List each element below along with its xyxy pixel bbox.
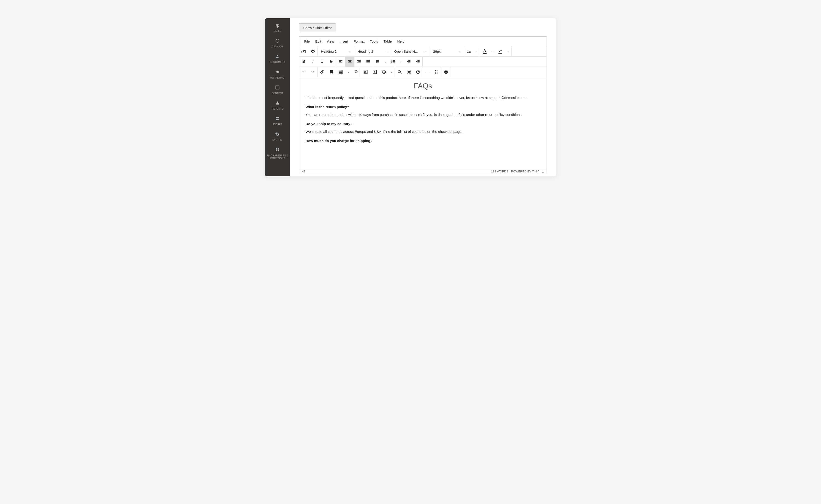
numbered-list-dropdown[interactable]: ⌄ [398,57,404,67]
link-button[interactable] [318,67,327,77]
menu-format[interactable]: Format [351,38,367,45]
select-value: Heading 2 [357,49,373,53]
select-value: 26px [433,49,441,53]
variable-button[interactable]: (x) [299,46,308,56]
chevron-down-icon: ⌄ [390,70,393,74]
sidebar-item-sales[interactable]: $ SALES [265,20,290,35]
chevron-down-icon: ⌄ [400,60,402,63]
content-heading: FAQs [305,80,540,92]
text-color-button[interactable]: A [480,46,489,56]
table-dropdown[interactable]: ⌄ [345,67,351,77]
anchor-button[interactable] [327,67,336,77]
chevron-down-icon: ⌄ [349,50,351,53]
page-break-button[interactable] [432,67,441,77]
svg-point-54 [418,73,418,73]
content-intro: Find the most frequently asked question … [305,95,540,101]
media-button[interactable] [370,67,379,77]
strikethrough-button[interactable]: S [327,57,336,67]
find-replace-button[interactable] [395,67,404,77]
bold-button[interactable]: B [299,57,308,67]
menu-table[interactable]: Table [381,38,394,45]
datetime-dropdown[interactable]: ⌄ [388,67,395,77]
svg-point-19 [376,60,376,61]
wysiwyg-editor: File Edit View Insert Format Tools Table… [299,36,547,174]
sidebar-item-marketing[interactable]: MARKETING [265,66,290,82]
italic-button[interactable]: I [308,57,317,67]
svg-line-50 [400,73,401,74]
numbered-list-button[interactable]: 123 [388,57,398,67]
editor-toolbar-row-1: (x) Heading 2 ⌄ Heading 2 ⌄ Open Sans,H…… [299,46,547,57]
background-color-button[interactable] [496,46,505,56]
svg-point-0 [277,55,278,56]
sidebar-item-system[interactable]: SYSTEM [265,129,290,144]
indent-button[interactable] [413,57,423,67]
svg-rect-1 [276,86,279,89]
underline-button[interactable]: U [317,57,327,67]
background-color-dropdown[interactable]: ⌄ [505,46,511,56]
sidebar-item-content[interactable]: CONTENT [265,82,290,98]
word-count[interactable]: 189 WORDS [491,170,508,173]
horizontal-rule-button[interactable] [423,67,432,77]
align-center-button[interactable] [345,57,354,67]
widget-button[interactable] [308,46,317,56]
menu-edit[interactable]: Edit [312,38,324,45]
align-right-button[interactable] [354,57,363,67]
sidebar-item-catalog[interactable]: CATALOG [265,35,290,51]
select-all-button[interactable] [404,67,414,77]
bullet-list-dropdown[interactable]: ⌄ [382,57,388,67]
datetime-button[interactable] [379,67,388,77]
sidebar-item-customers[interactable]: CUSTOMERS [265,51,290,66]
faq-answer-1: You can return the product within 40 day… [305,112,540,117]
table-button[interactable] [336,67,345,77]
toggle-editor-button[interactable]: Show / Hide Editor [299,23,336,32]
editor-content-area[interactable]: FAQs Find the most frequently asked ques… [299,77,547,169]
element-path[interactable]: H2 [301,170,305,173]
editor-toolbar-row-3: ↶ ↷ ⌄ Ω ⌄ [299,67,547,77]
return-policy-link[interactable]: return policy conditions [485,113,522,117]
align-justify-button[interactable] [363,57,373,67]
sidebar-item-label: CONTENT [272,92,283,95]
sidebar-item-reports[interactable]: REPORTS [265,98,290,113]
emoticons-button[interactable] [442,67,451,77]
select-value: Heading 2 [321,49,336,53]
chevron-down-icon: ⌄ [491,50,494,53]
sidebar-item-stores[interactable]: STORES [265,113,290,129]
chevron-down-icon: ⌄ [384,60,386,63]
svg-rect-4 [276,103,276,104]
sidebar-item-label: STORES [272,123,282,126]
sidebar-item-label: SYSTEM [272,139,282,142]
font-family-select[interactable]: Open Sans,H… ⌄ [391,46,430,56]
font-size-select[interactable]: 26px ⌄ [430,46,464,56]
bullet-list-button[interactable] [373,57,382,67]
redo-button[interactable]: ↷ [308,67,317,77]
chevron-down-icon: ⌄ [347,70,349,74]
svg-text:3: 3 [391,62,392,63]
block-format-select-1[interactable]: Heading 2 ⌄ [318,46,354,56]
resize-handle[interactable] [542,170,544,173]
blocks-icon [275,147,280,153]
outdent-button[interactable] [404,57,413,67]
megaphone-icon [275,70,280,75]
svg-rect-39 [339,70,342,74]
menu-view[interactable]: View [324,38,337,45]
text-color-dropdown[interactable]: ⌄ [489,46,496,56]
svg-point-21 [376,63,376,63]
menu-file[interactable]: File [301,38,312,45]
menu-help[interactable]: Help [394,38,407,45]
block-format-select-2[interactable]: Heading 2 ⌄ [354,46,391,56]
special-char-button[interactable]: Ω [351,67,361,77]
menu-insert[interactable]: Insert [337,38,351,45]
svg-point-20 [376,61,376,62]
undo-button[interactable]: ↶ [299,67,308,77]
line-height-button[interactable] [464,46,474,56]
align-left-button[interactable] [336,57,345,67]
menu-tools[interactable]: Tools [367,38,381,45]
svg-point-59 [447,71,447,72]
image-button[interactable] [361,67,370,77]
svg-marker-38 [416,61,417,62]
line-height-dropdown[interactable]: ⌄ [474,46,480,56]
chevron-down-icon: ⌄ [385,50,387,53]
sidebar-item-partners[interactable]: FIND PARTNERS & EXTENSIONS [265,144,290,163]
help-button[interactable] [414,67,423,77]
svg-point-57 [445,70,448,74]
